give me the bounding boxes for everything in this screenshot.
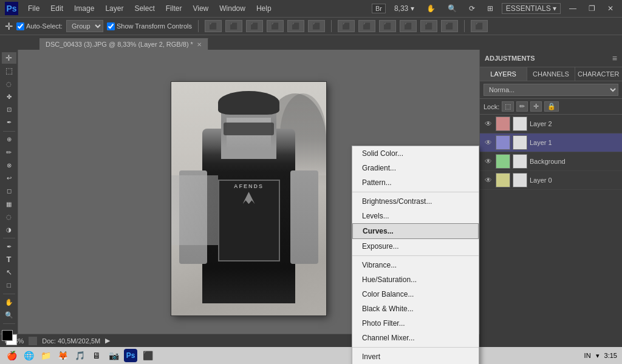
dropdown-channel-mixer[interactable]: Channel Mixer...	[352, 331, 479, 345]
history-tool[interactable]: ↩	[2, 172, 16, 184]
view-options-btn[interactable]: ⊞	[484, 3, 497, 14]
misc-icon[interactable]: ⬛	[141, 349, 154, 362]
dropdown-solid-color[interactable]: Solid Color...	[352, 146, 479, 161]
apple-icon[interactable]: 🍎	[5, 349, 18, 362]
eyedropper-tool[interactable]: ✒	[2, 116, 16, 128]
dropdown-curves[interactable]: Curves...	[352, 223, 479, 239]
close-btn[interactable]: ✕	[604, 3, 617, 14]
dropdown-black-white[interactable]: Black & White...	[352, 302, 479, 316]
bridge-btn[interactable]: Br	[372, 4, 386, 13]
lock-transparent-btn[interactable]: ⬚	[502, 101, 514, 112]
finder-icon[interactable]: 🌐	[22, 349, 35, 362]
folder-icon[interactable]: 📁	[39, 349, 52, 362]
foreground-color[interactable]	[2, 330, 13, 341]
dropdown-photo-filter[interactable]: Photo Filter...	[352, 316, 479, 331]
hand-tool-btn[interactable]: ✋	[423, 3, 439, 14]
show-transform-checkbox[interactable]: Show Transform Controls	[107, 22, 192, 30]
layer-2-name[interactable]: Layer 1	[530, 139, 618, 146]
lasso-tool[interactable]: ◌	[2, 78, 16, 90]
blend-mode-dropdown[interactable]: Norma...	[484, 84, 618, 96]
spot-heal-tool[interactable]: ⊕	[2, 133, 16, 145]
firefox-icon[interactable]: 🦊	[56, 349, 69, 362]
input-dropdown[interactable]: ▾	[596, 352, 600, 360]
dropdown-pattern[interactable]: Pattern...	[352, 175, 479, 190]
layer-4-name[interactable]: Layer 0	[530, 177, 618, 184]
menu-layer[interactable]: Layer	[100, 3, 128, 14]
dropdown-hue-saturation[interactable]: Hue/Saturation...	[352, 272, 479, 287]
camera-icon[interactable]: 📷	[107, 349, 120, 362]
rotate-tool-btn[interactable]: ⟳	[465, 3, 479, 14]
align-top-btn[interactable]: ⬛	[205, 20, 222, 32]
layer-3-visibility[interactable]: 👁	[484, 157, 493, 166]
distribute-top-btn[interactable]: ⬛	[400, 20, 417, 32]
distribute-bottom-btn[interactable]: ⬛	[441, 20, 458, 32]
layer-4-visibility[interactable]: 👁	[484, 176, 493, 184]
path-select-tool[interactable]: ↖	[2, 267, 16, 278]
menu-select[interactable]: Select	[129, 3, 159, 14]
lock-all-btn[interactable]: 🔒	[544, 101, 559, 112]
blur-tool[interactable]: ◌	[2, 211, 16, 223]
zoom-tool-btn[interactable]: 🔍	[444, 3, 460, 14]
auto-select-checkbox[interactable]: Auto-Select:	[16, 22, 63, 30]
layer-1-visibility[interactable]: 👁	[484, 120, 493, 128]
dropdown-gradient[interactable]: Gradient...	[352, 161, 479, 175]
show-transform-input[interactable]	[107, 22, 115, 30]
gradient-fill-tool[interactable]: ▦	[2, 198, 16, 210]
brush-tool[interactable]: ✏	[2, 147, 16, 158]
zoom-tool[interactable]: 🔍	[2, 309, 16, 321]
menu-filter[interactable]: Filter	[161, 3, 187, 14]
minimize-btn[interactable]: —	[566, 3, 580, 14]
dodge-tool[interactable]: ◑	[2, 224, 16, 235]
marquee-tool[interactable]: ⬚	[2, 65, 16, 76]
hand-tool[interactable]: ✋	[2, 297, 16, 308]
align-center-btn[interactable]: ⬛	[287, 20, 304, 32]
distribute-left-btn[interactable]: ⬛	[338, 20, 355, 32]
distribute-middle-btn[interactable]: ⬛	[420, 20, 437, 32]
align-right-btn[interactable]: ⬛	[308, 20, 325, 32]
text-tool[interactable]: T	[2, 254, 16, 265]
layer-2-visibility[interactable]: 👁	[484, 138, 493, 147]
monitor-icon[interactable]: 🖥	[90, 349, 103, 362]
distribute-right-btn[interactable]: ⬛	[379, 20, 396, 32]
restore-btn[interactable]: ❐	[585, 3, 599, 14]
shape-tool[interactable]: □	[2, 280, 16, 291]
ps-dock-icon[interactable]: Ps	[124, 349, 137, 362]
pen-tool[interactable]: ✒	[2, 241, 16, 252]
lock-brush-btn[interactable]: ✏	[516, 101, 528, 112]
layer-1-name[interactable]: Layer 2	[530, 120, 618, 127]
crop-tool[interactable]: ⊡	[2, 104, 16, 115]
tab-character[interactable]: CHARACTER	[575, 67, 622, 81]
move-tool[interactable]: ✛	[2, 52, 16, 64]
nav-arrow[interactable]: ▶	[105, 337, 110, 345]
essentials-btn[interactable]: ESSENTIALS ▾	[502, 3, 561, 14]
align-middle-btn[interactable]: ⬛	[225, 20, 242, 32]
menu-edit[interactable]: Edit	[46, 3, 68, 14]
panel-menu-btn[interactable]: ≡	[612, 53, 617, 63]
lock-move-btn[interactable]: ✛	[530, 101, 542, 112]
distribute-center-btn[interactable]: ⬛	[358, 20, 375, 32]
dropdown-levels[interactable]: Levels...	[352, 209, 479, 223]
quick-select-tool[interactable]: ✤	[2, 91, 16, 103]
auto-select-input[interactable]	[16, 22, 24, 30]
dropdown-invert[interactable]: Invert	[352, 349, 479, 364]
align-bottom-btn[interactable]: ⬛	[246, 20, 263, 32]
eraser-tool[interactable]: ◻	[2, 185, 16, 197]
menu-view[interactable]: View	[188, 3, 213, 14]
align-left-btn[interactable]: ⬛	[267, 20, 284, 32]
music-icon[interactable]: 🎵	[73, 349, 86, 362]
menu-window[interactable]: Window	[214, 3, 250, 14]
clone-tool[interactable]: ⊗	[2, 160, 16, 171]
tab-layers[interactable]: LAYERS	[480, 67, 527, 81]
dropdown-vibrance[interactable]: Vibrance...	[352, 258, 479, 272]
menu-help[interactable]: Help	[251, 3, 276, 14]
layer-3-name[interactable]: Background	[530, 158, 618, 165]
auto-select-dropdown[interactable]: Group	[66, 20, 103, 32]
menu-file[interactable]: File	[23, 3, 44, 14]
dropdown-exposure[interactable]: Exposure...	[352, 239, 479, 254]
tab-close-btn[interactable]: ✕	[197, 41, 202, 48]
dropdown-brightness-contrast[interactable]: Brightness/Contrast...	[352, 194, 479, 209]
menu-image[interactable]: Image	[69, 3, 99, 14]
more-options-btn[interactable]: ⬛	[471, 20, 488, 32]
dropdown-color-balance[interactable]: Color Balance...	[352, 287, 479, 302]
tab-channels[interactable]: CHANNELS	[527, 67, 575, 81]
